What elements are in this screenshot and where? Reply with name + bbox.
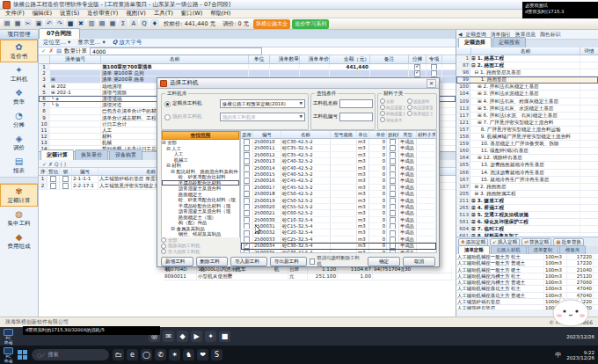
toolbar-icon[interactable]: ↷ — [55, 19, 64, 28]
taskbar-app-icon[interactable]: ♞ — [183, 349, 194, 360]
sidebar-item[interactable]: ❖ 费率 — [0, 85, 38, 108]
toolbar-icon[interactable]: ▤ — [98, 19, 106, 28]
detail-tab[interactable]: 设备购置 — [109, 149, 142, 160]
ok-button[interactable]: 确定 — [368, 257, 400, 266]
sidebar-item[interactable]: ✿ 造价书 — [0, 40, 38, 62]
col-spec[interactable]: 专项 — [427, 55, 442, 63]
quota-tree-row[interactable]: 211 ⊞ 3. 隧道工程 — [456, 198, 598, 205]
quota-tree-row[interactable]: 87 ⊟ 2. 路面工程 — [456, 62, 598, 69]
resource-row[interactable]: 2500016 砼C45-42.5-2 m3 0 半成品 — [241, 178, 436, 184]
quota-tree-row[interactable]: 164 ⊞ 12. 填隙碎石基层 — [456, 155, 598, 162]
uncheck-delete-option[interactable]: 取消勾选时删除工料机 — [310, 255, 363, 267]
resource-row[interactable]: 2500015 砼C40-52.5-2 m3 0 半成品 — [241, 171, 436, 178]
quota-bottom-tab[interactable]: 公路人材机 — [491, 245, 527, 254]
sidebar-item[interactable]: ▤ 报表 — [0, 154, 38, 177]
taskbar-app-icon[interactable]: S — [211, 349, 222, 360]
sidebar-item[interactable]: ◆ 费用组成 — [0, 229, 38, 252]
menu-item[interactable]: 视图(V) — [126, 10, 146, 18]
resource-name-input[interactable] — [339, 99, 373, 108]
sidebar-item[interactable]: ◍ 集中工料 — [0, 207, 38, 229]
scope-radio-item[interactable]: 导入的库工料机 — [161, 249, 238, 255]
resource-row[interactable]: 2500030 砼C10-32.5-4 m3 0 半成品 — [241, 217, 436, 223]
resource-code-input[interactable] — [339, 113, 373, 121]
quota-tree-row[interactable]: 265 ⊞ 4. 桥涵工程 — [456, 205, 598, 212]
col-name[interactable]: 名称 — [101, 55, 249, 63]
quota-library-select[interactable]: 纵横公路工程预算定额(2018)▼ — [220, 99, 305, 108]
scope-tree-node[interactable]: 砼、砂浆类配合比材料（现 — [162, 197, 239, 203]
quota-tree-row[interactable]: 513 ⊞ 5. 交通工程及沿线设施 — [456, 212, 598, 219]
dialog-action-button[interactable]: 新增工料机 — [161, 257, 193, 266]
locate-dropdown[interactable]: 定位至… ▾ — [43, 39, 70, 47]
taskbar-app-icon[interactable]: e — [127, 349, 138, 360]
resource-row[interactable]: 2500032 砼C20-32.5-4 m3 0 半成品 — [241, 229, 436, 236]
quota-bottom-tab[interactable]: 清单定额 — [458, 245, 490, 254]
dialog-titlebar[interactable]: 选择工料机 ✕ — [157, 78, 439, 89]
taskbar-app-icon[interactable]: 🗀 — [113, 349, 124, 360]
quota-tree-row[interactable]: 157 8. 厂拌悬浮密实型稳定土混合料运输 — [456, 127, 598, 134]
resource-row[interactable]: 2500012 砼C35-42.5-2 m3 0 半成品 — [241, 152, 436, 158]
toolbar-icon[interactable]: ▥ — [87, 19, 96, 28]
quota-bottom-row[interactable]: 人工辅助机械挖沟槽土方 普通土 100m3 27060 — [456, 280, 598, 286]
resource-row[interactable]: 2500035 砼C30-42.5-4 m3 0 半成品 — [241, 250, 436, 253]
start-button[interactable] — [17, 349, 28, 360]
col-share[interactable]: 分摊 — [409, 55, 427, 63]
subclass-option[interactable]: 筑路原料 — [407, 98, 433, 104]
subclass-option[interactable]: 商品混凝土 — [380, 105, 405, 110]
taskbar-app-icon[interactable]: ◆ — [177, 331, 188, 342]
dialog-action-button[interactable]: 导入新工料机 — [230, 257, 267, 266]
taskbar-app-icon[interactable]: ▶ — [191, 331, 202, 342]
dialog-action-button[interactable]: 删除工料机 — [196, 257, 229, 266]
host-clock[interactable]: 9:22 2023/12/26 — [566, 350, 594, 360]
quota-tree-row[interactable]: 104 ⊞ 3. 拌和法水泥稳定土基层 — [456, 91, 598, 98]
sidebar-splitter[interactable] — [0, 177, 38, 184]
resource-row[interactable]: 800704D 10000L以内洒水汽车 台班 1.120 1104.67 94… — [164, 266, 454, 273]
toolbar-icon[interactable]: Σ — [119, 19, 128, 28]
subclass-option[interactable]: 各类稳定土混合料 — [407, 111, 433, 116]
pc-terminal-badge[interactable]: PC终端 — [4, 329, 13, 345]
toolbar-icon[interactable]: Q — [140, 19, 149, 28]
quota-panel-tab[interactable]: 定额选择 — [458, 37, 492, 47]
scope-tree-node[interactable]: 钢丝、线材及其制品 — [162, 231, 239, 237]
quota-toolbar-item[interactable]: 颜色标识 — [540, 31, 560, 39]
menu-item[interactable]: 文件(F) — [5, 10, 25, 18]
quota-tree-row[interactable]: 1 ⊞ 1. 路基工程 — [456, 55, 598, 62]
quota-tree-row[interactable]: 100 ⊞ 2. 拌和法石灰稳定土基层 — [456, 84, 598, 91]
toolbar-icon[interactable]: ▣ — [34, 19, 43, 28]
quota-tree-row[interactable]: 121 ⊞ 7. 厂拌悬浮密实型稳定土混合料 — [456, 120, 598, 127]
cancel-button[interactable]: 取消 — [403, 257, 435, 266]
resource-row[interactable]: ✔ 2500034 砼C30-32.5-4 m3 0 半成品 — [241, 243, 436, 249]
tree-col-detail[interactable]: 详情 — [580, 47, 598, 55]
sidebar-item[interactable]: ◈ 调价 — [0, 131, 38, 154]
toolbar-icon[interactable]: A — [129, 19, 138, 28]
sidebar-item[interactable]: ✦ 工料机 — [0, 62, 38, 85]
quota-tree-row[interactable]: 166 14. 泡沫沥青就地冷再生基层 — [456, 170, 598, 177]
resource-row[interactable]: 2500033 砼C25-32.5-4 m3 0 半成品 — [241, 237, 436, 243]
quota-bottom-tab[interactable]: 清单复制 — [528, 245, 559, 254]
tab-contract-section[interactable]: 07合同段 — [39, 28, 80, 39]
resource-row[interactable]: 2500013 砼C40-32.5-2 m3 0 半成品 — [241, 158, 436, 164]
col-amount[interactable]: 金额（元） — [330, 55, 370, 63]
toolbar-icon[interactable]: ♦ — [150, 19, 159, 28]
toolbar-icon[interactable]: ▦ — [13, 19, 22, 28]
formula-input[interactable] — [90, 47, 262, 55]
resource-row[interactable]: 2500011 砼C35-32.5-2 m3 0 半成品 — [241, 145, 436, 151]
col-unit[interactable]: 单位 — [249, 55, 270, 63]
resource-row[interactable]: 2500018 砼C50-42.5-2 m3 0 半成品 — [241, 191, 436, 197]
menu-item[interactable]: 编辑(E) — [33, 10, 52, 18]
taskbar-app-icon[interactable]: ✶ — [169, 349, 180, 360]
quota-tree-row[interactable]: 159 10. 基层稳定土厂拌设备安装、拆除 — [456, 141, 598, 148]
quota-tree-row[interactable]: 581 ⊞ 6. 绿化及环境保护工程 — [456, 219, 598, 226]
quota-tree-row[interactable]: 205 ⊞ 3. 路面附属工程 — [456, 191, 598, 198]
col-price[interactable]: 清单单价 — [300, 55, 330, 63]
detail-tab[interactable]: 定额计算 — [40, 149, 74, 160]
quota-bottom-row[interactable]: 人工辅助机械挖基坑土方 松土 100m3 47040 — [456, 286, 598, 292]
close-icon[interactable]: ✕ — [427, 79, 436, 88]
remote-clock[interactable]: 2023/12/26 — [566, 334, 594, 339]
learning-series-badge[interactable]: 造价学习系列 — [292, 19, 329, 29]
subclass-option[interactable]: 绿化苗木 — [380, 117, 405, 122]
menu-item[interactable]: 工具(T) — [154, 10, 173, 18]
toolbar-icon[interactable]: ✖ — [77, 19, 85, 28]
subclass-option[interactable]: 外购混凝土构件 — [380, 111, 405, 116]
display-dropdown[interactable]: 显示至… ▾ — [77, 39, 105, 47]
quota-bottom-row[interactable]: 人工辅助机械挖沟槽土方 松土 100m3 25120 — [456, 273, 598, 280]
